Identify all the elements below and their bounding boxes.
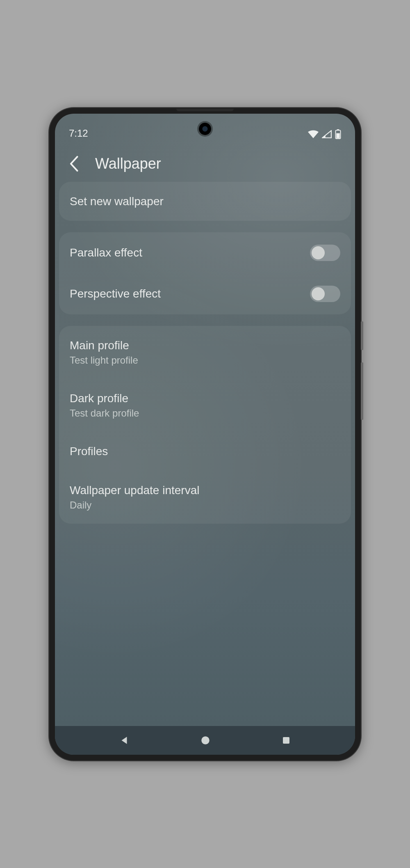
settings-content: Set new wallpaper Parallax effect Persp [55,182,355,524]
dark-profile-row[interactable]: Dark profile Test dark profile [59,379,351,432]
settings-group: Main profile Test light profile Dark pro… [59,326,351,524]
status-time: 7:12 [69,128,88,139]
parallax-effect-toggle[interactable] [310,245,340,261]
row-title: Wallpaper update interval [70,483,199,497]
row-title: Profiles [70,444,108,458]
device-frame: 7:12 Wallpaper [49,108,361,760]
nav-recent-button[interactable] [281,735,291,745]
app-bar: Wallpaper [55,139,355,182]
nav-back-button[interactable] [119,735,130,746]
perspective-effect-toggle[interactable] [310,286,340,302]
row-subtitle: Test light profile [70,354,138,366]
triangle-back-icon [119,735,130,746]
wallpaper-update-interval-row[interactable]: Wallpaper update interval Daily [59,471,351,524]
back-button[interactable] [65,155,83,173]
system-nav-bar [55,726,355,755]
row-title: Perspective effect [70,286,161,301]
row-title: Main profile [70,338,138,353]
chevron-left-icon [68,156,79,172]
square-recent-icon [281,735,291,745]
side-button [361,321,363,350]
main-profile-row[interactable]: Main profile Test light profile [59,326,351,379]
settings-group: Parallax effect Perspective effect [59,232,351,314]
row-title: Dark profile [70,391,139,405]
svg-rect-4 [283,737,289,744]
cellular-icon [322,130,332,138]
row-subtitle: Test dark profile [70,407,139,419]
wifi-icon [308,130,319,138]
circle-home-icon [200,735,211,746]
perspective-effect-row[interactable]: Perspective effect [59,273,351,314]
row-subtitle: Daily [70,499,199,511]
screen: 7:12 Wallpaper [55,114,355,755]
page-title: Wallpaper [95,155,161,172]
side-button [361,362,363,420]
set-new-wallpaper-row[interactable]: Set new wallpaper [59,182,351,221]
status-icons [308,129,341,139]
battery-icon [335,129,341,139]
settings-group: Set new wallpaper [59,182,351,221]
svg-rect-2 [336,133,339,138]
row-title: Set new wallpaper [70,194,164,208]
front-camera [199,123,211,135]
toggle-knob [312,246,325,259]
toggle-knob [312,287,325,300]
row-title: Parallax effect [70,245,142,260]
nav-home-button[interactable] [200,735,211,746]
parallax-effect-row[interactable]: Parallax effect [59,232,351,273]
svg-point-3 [201,736,210,744]
profiles-row[interactable]: Profiles [59,432,351,471]
